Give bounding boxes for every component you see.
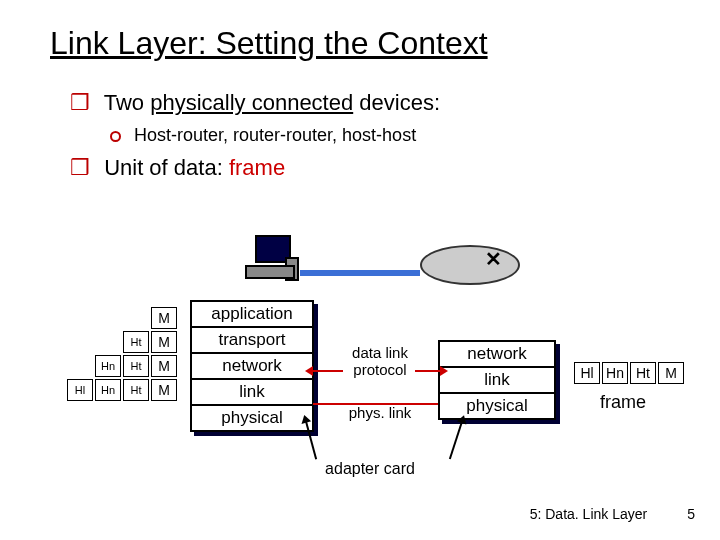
stack-layer-application: application [192,302,312,328]
enc-cell: M [151,331,177,353]
slide-title: Link Layer: Setting the Context [50,25,488,62]
router-protocol-stack: network link physical [438,340,556,420]
bullet-text-frame: frame [229,155,285,180]
bullet-unit: ❒ Unit of data: frame [70,155,285,181]
bullet-marker: ❒ [70,155,90,180]
stack-layer-network: network [192,354,312,380]
bullet-text-suffix: devices: [353,90,440,115]
slide-footer: 5: Data. Link Layer 5 [530,506,695,522]
stack-layer-physical: physical [192,406,312,430]
stack-layer-link: link [440,368,554,394]
host-protocol-stack: application transport network link physi… [190,300,314,432]
top-physical-link-line [300,270,420,276]
frame-cell: Ht [630,362,656,384]
enc-cell: Hn [95,355,121,377]
enc-cell: M [151,307,177,329]
frame-cell: Hn [602,362,628,384]
stack-layer-physical: physical [440,394,554,418]
bullet-text-prefix: Two [104,90,150,115]
enc-cell: M [151,355,177,377]
frame-header-table: Hl Hn Ht M [572,360,686,386]
enc-cell: Hn [95,379,121,401]
arrow-left [313,370,343,372]
frame-cell: Hl [574,362,600,384]
bullet-marker: ❒ [70,90,90,115]
enc-cell: M [151,379,177,401]
bullet-devices: ❒ Two physically connected devices: [70,90,440,116]
stack-layer-transport: transport [192,328,312,354]
arrow-right [415,370,440,372]
adapter-arrow-right [449,421,463,460]
label-phys-link: phys. link [340,405,420,422]
encapsulation-table: M Ht M Hn Ht M Hl Hn Ht M [65,305,179,403]
host-computer-icon [245,235,305,285]
enc-cell: Ht [123,355,149,377]
sub-bullet-text: Host-router, router-router, host-host [134,125,416,145]
stack-layer-network: network [440,342,554,368]
sub-bullet-marker [110,131,121,142]
bullet-text-prefix: Unit of data: [104,155,229,180]
stack-layer-link: link [192,380,312,406]
enc-cell: Ht [123,379,149,401]
label-adapter-card: adapter card [300,460,440,478]
sub-bullet-examples: Host-router, router-router, host-host [110,125,416,146]
footer-chapter: 5: Data. Link Layer [530,506,648,522]
router-icon: ✕ [420,245,520,289]
bullet-text-underlined: physically connected [150,90,353,115]
frame-cell: M [658,362,684,384]
footer-page: 5 [687,506,695,522]
frame-label: frame [600,392,646,413]
enc-cell: Ht [123,331,149,353]
label-data-link-protocol: data link protocol [340,345,420,378]
enc-cell: Hl [67,379,93,401]
